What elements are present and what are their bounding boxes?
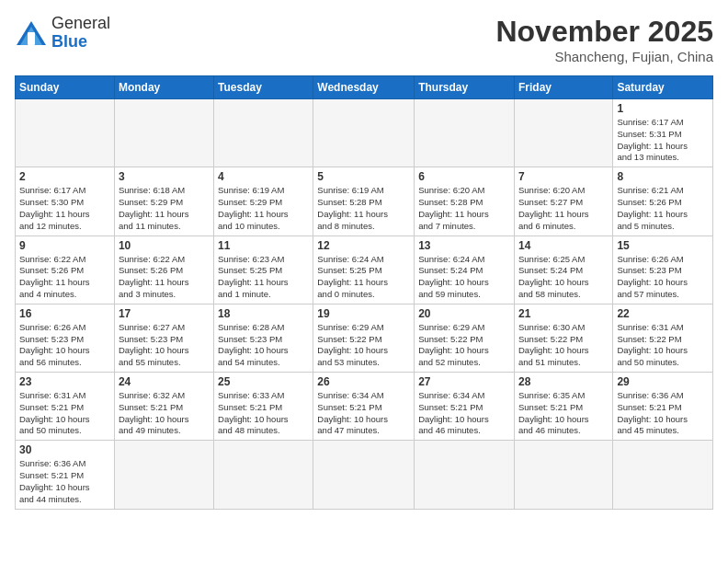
day-number: 18 <box>218 307 309 320</box>
calendar-week-1: 1Sunrise: 6:17 AMSunset: 5:31 PMDaylight… <box>16 99 713 167</box>
day-info: Sunrise: 6:24 AMSunset: 5:25 PMDaylight:… <box>317 254 410 301</box>
calendar-cell: 10Sunrise: 6:22 AMSunset: 5:26 PMDayligh… <box>114 236 213 304</box>
calendar-cell: 9Sunrise: 6:22 AMSunset: 5:26 PMDaylight… <box>16 236 115 304</box>
day-number: 15 <box>617 239 709 252</box>
calendar-cell <box>613 441 713 509</box>
day-number: 24 <box>119 375 210 388</box>
weekday-header-sunday: Sunday <box>16 76 115 99</box>
title-block: November 2025 Shancheng, Fujian, China <box>495 15 713 64</box>
day-info: Sunrise: 6:26 AMSunset: 5:23 PMDaylight:… <box>617 254 709 301</box>
day-info: Sunrise: 6:22 AMSunset: 5:26 PMDaylight:… <box>19 254 110 301</box>
day-number: 27 <box>418 375 510 388</box>
day-number: 21 <box>518 307 609 320</box>
calendar-cell: 29Sunrise: 6:36 AMSunset: 5:21 PMDayligh… <box>613 373 713 441</box>
calendar-table: SundayMondayTuesdayWednesdayThursdayFrid… <box>15 75 713 510</box>
calendar-week-4: 16Sunrise: 6:26 AMSunset: 5:23 PMDayligh… <box>16 304 713 372</box>
day-info: Sunrise: 6:19 AMSunset: 5:28 PMDaylight:… <box>317 185 410 232</box>
day-number: 16 <box>19 307 110 320</box>
logo-icon <box>15 19 48 47</box>
day-info: Sunrise: 6:34 AMSunset: 5:21 PMDaylight:… <box>418 390 510 437</box>
day-info: Sunrise: 6:31 AMSunset: 5:21 PMDaylight:… <box>19 390 110 437</box>
calendar-week-5: 23Sunrise: 6:31 AMSunset: 5:21 PMDayligh… <box>16 373 713 441</box>
calendar-cell: 3Sunrise: 6:18 AMSunset: 5:29 PMDaylight… <box>114 167 213 236</box>
day-number: 9 <box>19 239 110 252</box>
weekday-header-friday: Friday <box>514 76 612 99</box>
page-header: GeneralBlue November 2025 Shancheng, Fuj… <box>15 15 713 64</box>
day-info: Sunrise: 6:22 AMSunset: 5:26 PMDaylight:… <box>119 254 210 301</box>
location: Shancheng, Fujian, China <box>495 49 713 64</box>
calendar-cell: 1Sunrise: 6:17 AMSunset: 5:31 PMDaylight… <box>613 99 713 167</box>
calendar-cell <box>514 441 612 509</box>
day-info: Sunrise: 6:29 AMSunset: 5:22 PMDaylight:… <box>317 322 410 369</box>
day-number: 14 <box>518 239 609 252</box>
calendar-cell: 13Sunrise: 6:24 AMSunset: 5:24 PMDayligh… <box>415 236 515 304</box>
calendar-cell <box>214 99 313 167</box>
day-number: 19 <box>317 307 410 320</box>
day-number: 29 <box>617 375 709 388</box>
day-number: 25 <box>218 375 309 388</box>
day-number: 13 <box>418 239 510 252</box>
day-number: 3 <box>119 170 210 183</box>
day-info: Sunrise: 6:17 AMSunset: 5:30 PMDaylight:… <box>19 185 110 232</box>
svg-rect-2 <box>28 32 35 45</box>
calendar-cell: 7Sunrise: 6:20 AMSunset: 5:27 PMDaylight… <box>514 167 612 236</box>
day-number: 4 <box>218 170 309 183</box>
calendar-cell: 22Sunrise: 6:31 AMSunset: 5:22 PMDayligh… <box>613 304 713 372</box>
calendar-cell <box>514 99 612 167</box>
weekday-header-thursday: Thursday <box>415 76 515 99</box>
day-info: Sunrise: 6:36 AMSunset: 5:21 PMDaylight:… <box>19 458 110 505</box>
calendar-cell: 28Sunrise: 6:35 AMSunset: 5:21 PMDayligh… <box>514 373 612 441</box>
calendar-cell: 18Sunrise: 6:28 AMSunset: 5:23 PMDayligh… <box>214 304 313 372</box>
calendar-cell: 25Sunrise: 6:33 AMSunset: 5:21 PMDayligh… <box>214 373 313 441</box>
calendar-cell: 8Sunrise: 6:21 AMSunset: 5:26 PMDaylight… <box>613 167 713 236</box>
calendar-cell <box>214 441 313 509</box>
weekday-header-row: SundayMondayTuesdayWednesdayThursdayFrid… <box>16 76 713 99</box>
day-number: 11 <box>218 239 309 252</box>
calendar-cell: 24Sunrise: 6:32 AMSunset: 5:21 PMDayligh… <box>114 373 213 441</box>
calendar-cell: 5Sunrise: 6:19 AMSunset: 5:28 PMDaylight… <box>313 167 415 236</box>
calendar-cell: 30Sunrise: 6:36 AMSunset: 5:21 PMDayligh… <box>16 441 115 509</box>
day-info: Sunrise: 6:23 AMSunset: 5:25 PMDaylight:… <box>218 254 309 301</box>
calendar-cell: 16Sunrise: 6:26 AMSunset: 5:23 PMDayligh… <box>16 304 115 372</box>
calendar-cell <box>114 99 213 167</box>
day-number: 23 <box>19 375 110 388</box>
calendar-cell: 2Sunrise: 6:17 AMSunset: 5:30 PMDaylight… <box>16 167 115 236</box>
calendar-cell: 12Sunrise: 6:24 AMSunset: 5:25 PMDayligh… <box>313 236 415 304</box>
day-number: 17 <box>119 307 210 320</box>
calendar-cell: 6Sunrise: 6:20 AMSunset: 5:28 PMDaylight… <box>415 167 515 236</box>
day-info: Sunrise: 6:30 AMSunset: 5:22 PMDaylight:… <box>518 322 609 369</box>
day-info: Sunrise: 6:34 AMSunset: 5:21 PMDaylight:… <box>317 390 410 437</box>
day-info: Sunrise: 6:21 AMSunset: 5:26 PMDaylight:… <box>617 185 709 232</box>
calendar-week-2: 2Sunrise: 6:17 AMSunset: 5:30 PMDaylight… <box>16 167 713 236</box>
day-info: Sunrise: 6:27 AMSunset: 5:23 PMDaylight:… <box>119 322 210 369</box>
logo: GeneralBlue <box>15 15 110 52</box>
day-number: 30 <box>19 443 110 456</box>
day-number: 28 <box>518 375 609 388</box>
calendar-week-3: 9Sunrise: 6:22 AMSunset: 5:26 PMDaylight… <box>16 236 713 304</box>
day-info: Sunrise: 6:32 AMSunset: 5:21 PMDaylight:… <box>119 390 210 437</box>
day-number: 22 <box>617 307 709 320</box>
calendar-cell: 4Sunrise: 6:19 AMSunset: 5:29 PMDaylight… <box>214 167 313 236</box>
calendar-cell: 17Sunrise: 6:27 AMSunset: 5:23 PMDayligh… <box>114 304 213 372</box>
day-info: Sunrise: 6:33 AMSunset: 5:21 PMDaylight:… <box>218 390 309 437</box>
day-number: 12 <box>317 239 410 252</box>
day-info: Sunrise: 6:29 AMSunset: 5:22 PMDaylight:… <box>418 322 510 369</box>
weekday-header-tuesday: Tuesday <box>214 76 313 99</box>
calendar-cell <box>415 441 515 509</box>
calendar-cell <box>16 99 115 167</box>
calendar-cell <box>415 99 515 167</box>
day-number: 10 <box>119 239 210 252</box>
calendar-cell: 21Sunrise: 6:30 AMSunset: 5:22 PMDayligh… <box>514 304 612 372</box>
day-number: 26 <box>317 375 410 388</box>
calendar-cell <box>114 441 213 509</box>
calendar-cell: 26Sunrise: 6:34 AMSunset: 5:21 PMDayligh… <box>313 373 415 441</box>
day-info: Sunrise: 6:36 AMSunset: 5:21 PMDaylight:… <box>617 390 709 437</box>
day-info: Sunrise: 6:24 AMSunset: 5:24 PMDaylight:… <box>418 254 510 301</box>
day-number: 1 <box>617 102 709 115</box>
day-number: 8 <box>617 170 709 183</box>
weekday-header-wednesday: Wednesday <box>313 76 415 99</box>
day-number: 5 <box>317 170 410 183</box>
day-info: Sunrise: 6:31 AMSunset: 5:22 PMDaylight:… <box>617 322 709 369</box>
day-info: Sunrise: 6:26 AMSunset: 5:23 PMDaylight:… <box>19 322 110 369</box>
weekday-header-saturday: Saturday <box>613 76 713 99</box>
